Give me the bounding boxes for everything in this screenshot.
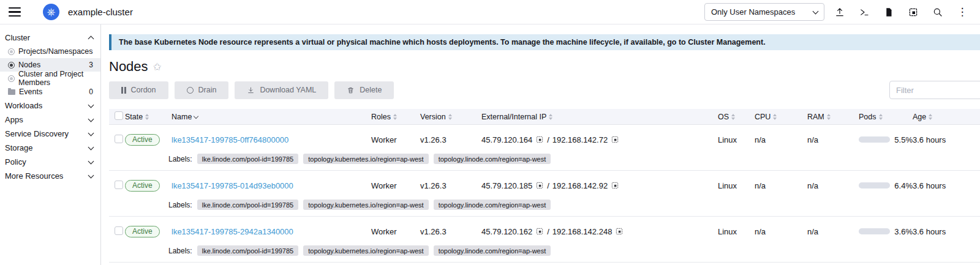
file-icon[interactable] (880, 3, 898, 21)
column-header-state[interactable]: State (125, 113, 172, 121)
sidebar-item-label: Events (19, 88, 42, 96)
labels-prefix: Labels: (168, 155, 192, 163)
cpu-cell: n/a (755, 227, 807, 236)
column-header-name[interactable]: Name (172, 113, 371, 121)
hamburger-menu-icon[interactable] (9, 7, 21, 17)
node-name-link[interactable]: lke135417-199785-0ff764800000 (172, 135, 288, 144)
internal-ip: 192.168.142.72 (552, 135, 608, 144)
row-checkbox[interactable] (115, 226, 123, 235)
chevron-down-icon (88, 158, 94, 164)
copy-config-icon[interactable] (904, 3, 922, 21)
ram-cell: n/a (807, 227, 859, 236)
roles-cell: Worker (371, 135, 420, 144)
ip-cell: 45.79.120.162 / 192.168.142.248 (481, 227, 718, 236)
filter-input[interactable] (889, 81, 980, 99)
column-header-pods[interactable]: Pods (859, 113, 913, 121)
column-header-ram[interactable]: RAM (807, 113, 859, 121)
cluster-name: example-cluster (68, 7, 133, 17)
table-header-row: State Name Roles Version External/Intern… (109, 109, 980, 125)
sidebar-group-cluster[interactable]: Cluster (0, 31, 100, 45)
top-header: ⎈ example-cluster Only User Namespaces ⋮ (0, 0, 980, 24)
label-chip: lke.linode.com/pool-id=199785 (197, 200, 299, 210)
copy-icon[interactable] (535, 135, 544, 144)
select-all-checkbox[interactable] (115, 111, 123, 120)
external-ip: 45.79.120.164 (481, 135, 532, 144)
sidebar-item-label: Projects/Namespaces (18, 47, 93, 56)
column-header-os[interactable]: OS (718, 113, 755, 121)
column-header-cpu[interactable]: CPU (755, 113, 807, 121)
trash-icon (347, 86, 355, 94)
sidebar-group-storage[interactable]: Storage (0, 141, 100, 155)
sidebar-group-policy[interactable]: Policy (0, 155, 100, 169)
copy-icon[interactable] (611, 181, 619, 190)
roles-cell: Worker (371, 181, 420, 190)
chevron-up-icon (88, 35, 94, 42)
item-count: 3 (89, 61, 93, 69)
copy-icon[interactable] (535, 227, 544, 236)
table-row: Active lke135417-199785-0ff764800000 Wor… (109, 125, 980, 171)
download-yaml-button[interactable]: Download YAML (235, 81, 328, 99)
nodes-table: State Name Roles Version External/Intern… (109, 109, 980, 263)
sidebar-group-more-resources[interactable]: More Resources (0, 169, 100, 183)
labels-row: Labels: lke.linode.com/pool-id=199785 to… (109, 195, 980, 210)
sidebar-group-workloads[interactable]: Workloads (0, 99, 100, 113)
kubectl-shell-icon[interactable] (855, 3, 873, 21)
labels-prefix: Labels: (168, 201, 192, 209)
sidebar-group-service-discovery[interactable]: Service Discovery (0, 127, 100, 141)
row-checkbox[interactable] (115, 135, 123, 143)
age-cell: 3.6 hours (913, 135, 980, 144)
copy-icon[interactable] (611, 135, 619, 144)
sidebar-group-label: Apps (5, 115, 23, 124)
kebab-menu-icon[interactable]: ⋮ (953, 3, 971, 21)
ip-cell: 45.79.120.185 / 192.168.142.92 (481, 181, 718, 190)
column-header-ip[interactable]: External/Internal IP (481, 113, 718, 121)
sort-icon (773, 114, 777, 120)
version-cell: v1.26.3 (420, 181, 481, 190)
sort-icon (448, 114, 452, 120)
external-ip: 45.79.120.185 (481, 181, 532, 190)
item-count: 0 (89, 88, 93, 96)
favorite-star-icon[interactable]: ✩ (153, 61, 162, 73)
table-row: Active lke135417-199785-2942a1340000 Wor… (109, 217, 980, 263)
cordon-button[interactable]: Cordon (109, 81, 168, 99)
namespace-filter-select[interactable]: Only User Namespaces (704, 3, 824, 21)
delete-button[interactable]: Delete (334, 81, 394, 99)
sidebar-item-events[interactable]: Events 0 (0, 85, 100, 99)
node-name-link[interactable]: lke135417-199785-2942a1340000 (172, 227, 293, 236)
drain-button[interactable]: Drain (175, 81, 229, 99)
ip-separator: / (547, 227, 549, 236)
label-chip: topology.kubernetes.io/region=ap-west (303, 200, 428, 210)
sort-icon (879, 114, 883, 120)
label-chip: topology.kubernetes.io/region=ap-west (303, 245, 428, 256)
pods-percent: 3.6% (894, 227, 913, 236)
resource-icon (8, 48, 15, 55)
node-icon (8, 62, 15, 69)
sidebar-item-projects-namespaces[interactable]: Projects/Namespaces (0, 45, 100, 58)
column-header-version[interactable]: Version (420, 113, 481, 121)
chevron-down-icon (813, 8, 819, 14)
action-toolbar: Cordon Drain Download YAML Delete (109, 81, 980, 99)
pods-progress-bar (859, 228, 890, 234)
sidebar-group-label: Policy (5, 157, 26, 166)
node-name-link[interactable]: lke135417-199785-014d93eb0000 (172, 181, 293, 190)
import-yaml-icon[interactable] (831, 3, 849, 21)
sidebar-group-label: Workloads (5, 101, 42, 110)
os-cell: Linux (718, 227, 755, 236)
copy-icon[interactable] (615, 227, 624, 236)
kubernetes-logo-icon[interactable]: ⎈ (43, 4, 59, 20)
label-chip: topology.linode.com/region=ap-west (434, 154, 551, 164)
search-icon[interactable] (929, 3, 947, 21)
column-header-age[interactable]: Age (913, 113, 980, 121)
status-badge: Active (125, 226, 160, 237)
os-cell: Linux (718, 181, 755, 190)
cpu-cell: n/a (755, 135, 807, 144)
pods-cell: 5.5% (859, 135, 913, 144)
os-cell: Linux (718, 135, 755, 144)
row-checkbox[interactable] (115, 181, 123, 189)
internal-ip: 192.168.142.248 (552, 227, 612, 236)
sidebar-item-cluster-members[interactable]: Cluster and Project Members (0, 72, 100, 85)
info-banner: The base Kubernetes Node resource repres… (109, 34, 980, 50)
sidebar-group-apps[interactable]: Apps (0, 113, 100, 127)
copy-icon[interactable] (535, 181, 544, 190)
column-header-roles[interactable]: Roles (371, 113, 420, 121)
